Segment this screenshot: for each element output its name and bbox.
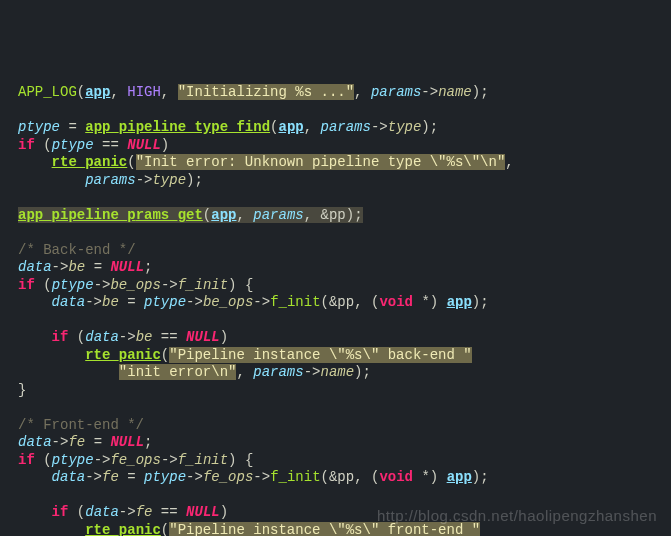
code-block: APP_LOG(app, HIGH, "Initializing %s ..."… bbox=[18, 84, 653, 536]
comment-back-end: /* Back-end */ bbox=[18, 242, 136, 258]
fn-rte-panic: rte_panic bbox=[52, 154, 128, 170]
comment-front-end: /* Front-end */ bbox=[18, 417, 144, 433]
watermark: http://blog.csdn.net/haolipengzhanshen bbox=[377, 507, 657, 526]
fn-app-log: APP_LOG bbox=[18, 84, 77, 100]
id-app: app bbox=[85, 84, 110, 100]
cursor-line: app_pipeline_prams_get(app, params, &pp)… bbox=[18, 207, 363, 223]
fn-pipeline-type-find: app_pipeline_type_find bbox=[85, 119, 270, 135]
